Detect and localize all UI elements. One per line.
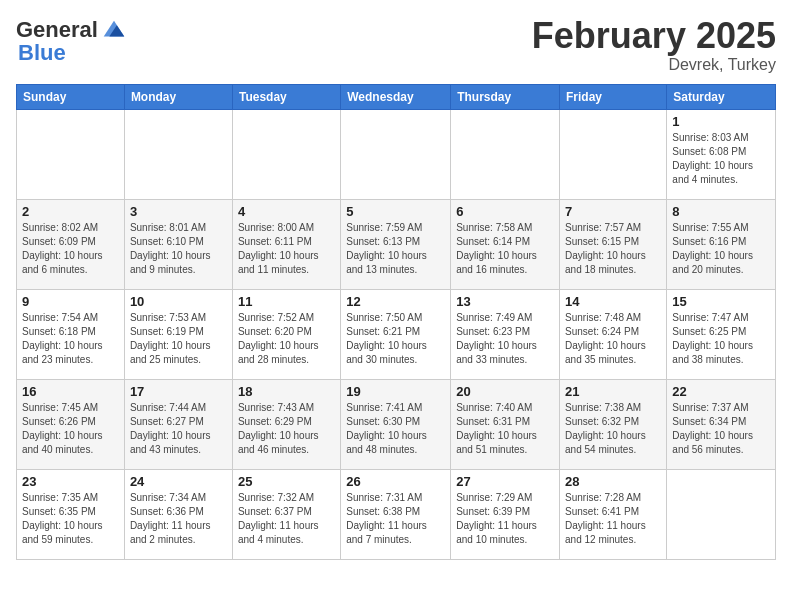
day-number: 2 — [22, 204, 119, 219]
weekday-header-friday: Friday — [560, 84, 667, 109]
calendar-cell: 15Sunrise: 7:47 AM Sunset: 6:25 PM Dayli… — [667, 289, 776, 379]
header: General Blue February 2025 Devrek, Turke… — [16, 16, 776, 74]
calendar-cell: 1Sunrise: 8:03 AM Sunset: 6:08 PM Daylig… — [667, 109, 776, 199]
day-info: Sunrise: 7:58 AM Sunset: 6:14 PM Dayligh… — [456, 221, 554, 277]
weekday-header-wednesday: Wednesday — [341, 84, 451, 109]
calendar-cell: 11Sunrise: 7:52 AM Sunset: 6:20 PM Dayli… — [232, 289, 340, 379]
calendar-cell: 10Sunrise: 7:53 AM Sunset: 6:19 PM Dayli… — [124, 289, 232, 379]
calendar-cell: 25Sunrise: 7:32 AM Sunset: 6:37 PM Dayli… — [232, 469, 340, 559]
day-info: Sunrise: 7:47 AM Sunset: 6:25 PM Dayligh… — [672, 311, 770, 367]
day-info: Sunrise: 7:49 AM Sunset: 6:23 PM Dayligh… — [456, 311, 554, 367]
weekday-header-tuesday: Tuesday — [232, 84, 340, 109]
location-title: Devrek, Turkey — [532, 56, 776, 74]
day-info: Sunrise: 7:38 AM Sunset: 6:32 PM Dayligh… — [565, 401, 661, 457]
calendar-cell: 7Sunrise: 7:57 AM Sunset: 6:15 PM Daylig… — [560, 199, 667, 289]
day-number: 23 — [22, 474, 119, 489]
calendar-cell: 3Sunrise: 8:01 AM Sunset: 6:10 PM Daylig… — [124, 199, 232, 289]
day-info: Sunrise: 7:50 AM Sunset: 6:21 PM Dayligh… — [346, 311, 445, 367]
day-info: Sunrise: 7:29 AM Sunset: 6:39 PM Dayligh… — [456, 491, 554, 547]
weekday-header-monday: Monday — [124, 84, 232, 109]
day-info: Sunrise: 7:45 AM Sunset: 6:26 PM Dayligh… — [22, 401, 119, 457]
day-number: 24 — [130, 474, 227, 489]
calendar-cell: 20Sunrise: 7:40 AM Sunset: 6:31 PM Dayli… — [451, 379, 560, 469]
day-info: Sunrise: 7:48 AM Sunset: 6:24 PM Dayligh… — [565, 311, 661, 367]
day-number: 18 — [238, 384, 335, 399]
day-number: 1 — [672, 114, 770, 129]
calendar-cell: 16Sunrise: 7:45 AM Sunset: 6:26 PM Dayli… — [17, 379, 125, 469]
day-info: Sunrise: 7:35 AM Sunset: 6:35 PM Dayligh… — [22, 491, 119, 547]
day-number: 11 — [238, 294, 335, 309]
calendar-cell — [451, 109, 560, 199]
calendar-cell: 12Sunrise: 7:50 AM Sunset: 6:21 PM Dayli… — [341, 289, 451, 379]
calendar-cell: 26Sunrise: 7:31 AM Sunset: 6:38 PM Dayli… — [341, 469, 451, 559]
calendar-cell: 14Sunrise: 7:48 AM Sunset: 6:24 PM Dayli… — [560, 289, 667, 379]
calendar-cell: 13Sunrise: 7:49 AM Sunset: 6:23 PM Dayli… — [451, 289, 560, 379]
calendar-cell — [667, 469, 776, 559]
day-info: Sunrise: 7:43 AM Sunset: 6:29 PM Dayligh… — [238, 401, 335, 457]
day-number: 9 — [22, 294, 119, 309]
calendar-cell: 4Sunrise: 8:00 AM Sunset: 6:11 PM Daylig… — [232, 199, 340, 289]
month-title: February 2025 — [532, 16, 776, 56]
day-info: Sunrise: 7:54 AM Sunset: 6:18 PM Dayligh… — [22, 311, 119, 367]
weekday-header-thursday: Thursday — [451, 84, 560, 109]
calendar-cell: 21Sunrise: 7:38 AM Sunset: 6:32 PM Dayli… — [560, 379, 667, 469]
day-info: Sunrise: 7:52 AM Sunset: 6:20 PM Dayligh… — [238, 311, 335, 367]
day-info: Sunrise: 7:53 AM Sunset: 6:19 PM Dayligh… — [130, 311, 227, 367]
weekday-header-sunday: Sunday — [17, 84, 125, 109]
day-info: Sunrise: 7:55 AM Sunset: 6:16 PM Dayligh… — [672, 221, 770, 277]
calendar-cell — [560, 109, 667, 199]
title-section: February 2025 Devrek, Turkey — [532, 16, 776, 74]
calendar-cell: 6Sunrise: 7:58 AM Sunset: 6:14 PM Daylig… — [451, 199, 560, 289]
day-info: Sunrise: 7:37 AM Sunset: 6:34 PM Dayligh… — [672, 401, 770, 457]
calendar-cell: 19Sunrise: 7:41 AM Sunset: 6:30 PM Dayli… — [341, 379, 451, 469]
day-info: Sunrise: 8:01 AM Sunset: 6:10 PM Dayligh… — [130, 221, 227, 277]
day-info: Sunrise: 7:44 AM Sunset: 6:27 PM Dayligh… — [130, 401, 227, 457]
calendar-cell: 23Sunrise: 7:35 AM Sunset: 6:35 PM Dayli… — [17, 469, 125, 559]
day-number: 17 — [130, 384, 227, 399]
logo-icon — [100, 16, 128, 44]
calendar-cell: 8Sunrise: 7:55 AM Sunset: 6:16 PM Daylig… — [667, 199, 776, 289]
calendar-cell: 27Sunrise: 7:29 AM Sunset: 6:39 PM Dayli… — [451, 469, 560, 559]
calendar-cell: 28Sunrise: 7:28 AM Sunset: 6:41 PM Dayli… — [560, 469, 667, 559]
day-number: 3 — [130, 204, 227, 219]
day-number: 22 — [672, 384, 770, 399]
calendar-cell — [17, 109, 125, 199]
calendar-cell: 22Sunrise: 7:37 AM Sunset: 6:34 PM Dayli… — [667, 379, 776, 469]
day-number: 12 — [346, 294, 445, 309]
day-number: 7 — [565, 204, 661, 219]
calendar-cell: 17Sunrise: 7:44 AM Sunset: 6:27 PM Dayli… — [124, 379, 232, 469]
calendar-table: SundayMondayTuesdayWednesdayThursdayFrid… — [16, 84, 776, 560]
day-number: 6 — [456, 204, 554, 219]
calendar-cell — [232, 109, 340, 199]
day-info: Sunrise: 8:00 AM Sunset: 6:11 PM Dayligh… — [238, 221, 335, 277]
week-row-4: 16Sunrise: 7:45 AM Sunset: 6:26 PM Dayli… — [17, 379, 776, 469]
logo-blue: Blue — [18, 40, 66, 66]
day-number: 15 — [672, 294, 770, 309]
calendar-cell: 18Sunrise: 7:43 AM Sunset: 6:29 PM Dayli… — [232, 379, 340, 469]
weekday-header-saturday: Saturday — [667, 84, 776, 109]
day-number: 26 — [346, 474, 445, 489]
week-row-1: 1Sunrise: 8:03 AM Sunset: 6:08 PM Daylig… — [17, 109, 776, 199]
day-number: 19 — [346, 384, 445, 399]
day-number: 20 — [456, 384, 554, 399]
logo: General Blue — [16, 16, 128, 66]
day-number: 13 — [456, 294, 554, 309]
weekday-header-row: SundayMondayTuesdayWednesdayThursdayFrid… — [17, 84, 776, 109]
day-number: 21 — [565, 384, 661, 399]
calendar-cell: 9Sunrise: 7:54 AM Sunset: 6:18 PM Daylig… — [17, 289, 125, 379]
day-number: 8 — [672, 204, 770, 219]
calendar-cell — [124, 109, 232, 199]
day-info: Sunrise: 7:40 AM Sunset: 6:31 PM Dayligh… — [456, 401, 554, 457]
week-row-2: 2Sunrise: 8:02 AM Sunset: 6:09 PM Daylig… — [17, 199, 776, 289]
calendar-cell: 2Sunrise: 8:02 AM Sunset: 6:09 PM Daylig… — [17, 199, 125, 289]
day-info: Sunrise: 7:34 AM Sunset: 6:36 PM Dayligh… — [130, 491, 227, 547]
day-info: Sunrise: 7:57 AM Sunset: 6:15 PM Dayligh… — [565, 221, 661, 277]
day-info: Sunrise: 8:03 AM Sunset: 6:08 PM Dayligh… — [672, 131, 770, 187]
day-number: 25 — [238, 474, 335, 489]
day-info: Sunrise: 7:28 AM Sunset: 6:41 PM Dayligh… — [565, 491, 661, 547]
calendar-cell — [341, 109, 451, 199]
day-info: Sunrise: 7:31 AM Sunset: 6:38 PM Dayligh… — [346, 491, 445, 547]
day-info: Sunrise: 7:59 AM Sunset: 6:13 PM Dayligh… — [346, 221, 445, 277]
day-number: 10 — [130, 294, 227, 309]
day-number: 5 — [346, 204, 445, 219]
